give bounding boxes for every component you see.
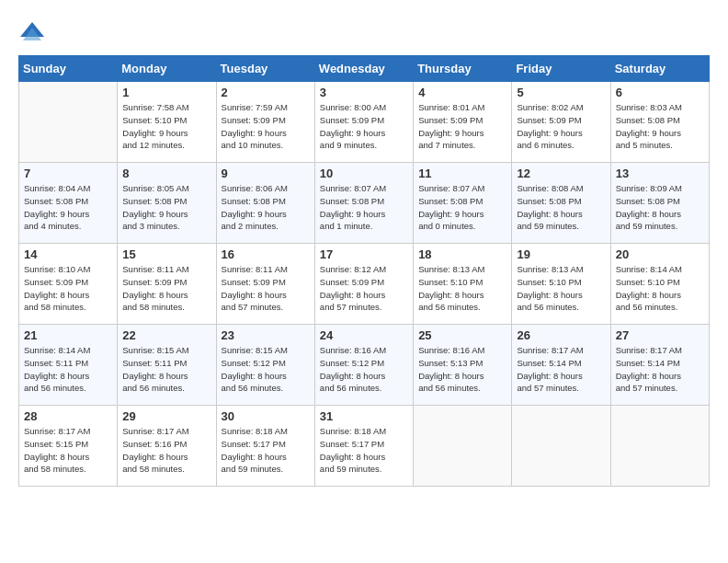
week-row-5: 28Sunrise: 8:17 AM Sunset: 5:15 PM Dayli… [19, 406, 710, 487]
day-info: Sunrise: 8:07 AM Sunset: 5:08 PM Dayligh… [320, 182, 408, 233]
day-number: 2 [222, 86, 310, 99]
day-info: Sunrise: 8:08 AM Sunset: 5:08 PM Dayligh… [517, 182, 605, 233]
day-number: 18 [418, 247, 506, 261]
header-row: SundayMondayTuesdayWednesdayThursdayFrid… [19, 56, 710, 82]
day-info: Sunrise: 8:12 AM Sunset: 5:09 PM Dayligh… [320, 263, 408, 314]
day-number: 27 [616, 328, 704, 342]
day-number: 1 [122, 86, 210, 99]
day-number: 28 [24, 409, 112, 423]
column-header-thursday: Thursday [414, 56, 512, 82]
day-info: Sunrise: 8:17 AM Sunset: 5:14 PM Dayligh… [616, 344, 704, 395]
day-number: 3 [320, 86, 408, 99]
calendar-cell: 11Sunrise: 8:07 AM Sunset: 5:08 PM Dayli… [414, 163, 512, 244]
calendar-cell: 30Sunrise: 8:18 AM Sunset: 5:17 PM Dayli… [216, 406, 314, 487]
day-number: 24 [320, 328, 408, 342]
day-number: 29 [122, 409, 210, 423]
day-info: Sunrise: 8:06 AM Sunset: 5:08 PM Dayligh… [222, 182, 310, 233]
logo-icon [18, 18, 46, 46]
day-number: 12 [517, 167, 605, 180]
calendar-cell: 23Sunrise: 8:15 AM Sunset: 5:12 PM Dayli… [216, 325, 314, 406]
week-row-1: 1Sunrise: 7:58 AM Sunset: 5:10 PM Daylig… [19, 82, 710, 163]
day-info: Sunrise: 8:07 AM Sunset: 5:08 PM Dayligh… [418, 182, 506, 233]
day-info: Sunrise: 8:13 AM Sunset: 5:10 PM Dayligh… [418, 263, 506, 314]
day-info: Sunrise: 8:18 AM Sunset: 5:17 PM Dayligh… [222, 425, 310, 476]
day-number: 4 [418, 86, 506, 99]
calendar-cell: 29Sunrise: 8:17 AM Sunset: 5:16 PM Dayli… [118, 406, 216, 487]
day-number: 14 [24, 247, 112, 261]
calendar-table: SundayMondayTuesdayWednesdayThursdayFrid… [18, 55, 710, 487]
calendar-cell: 7Sunrise: 8:04 AM Sunset: 5:08 PM Daylig… [19, 163, 118, 244]
column-header-wednesday: Wednesday [314, 56, 413, 82]
day-info: Sunrise: 8:14 AM Sunset: 5:11 PM Dayligh… [24, 344, 112, 395]
day-number: 26 [517, 328, 605, 342]
calendar-cell: 1Sunrise: 7:58 AM Sunset: 5:10 PM Daylig… [118, 82, 216, 163]
calendar-cell: 10Sunrise: 8:07 AM Sunset: 5:08 PM Dayli… [314, 163, 413, 244]
day-number: 22 [122, 328, 210, 342]
day-number: 10 [320, 167, 408, 180]
day-info: Sunrise: 8:16 AM Sunset: 5:12 PM Dayligh… [320, 344, 408, 395]
day-info: Sunrise: 8:11 AM Sunset: 5:09 PM Dayligh… [222, 263, 310, 314]
day-info: Sunrise: 8:18 AM Sunset: 5:17 PM Dayligh… [320, 425, 408, 476]
calendar-cell: 26Sunrise: 8:17 AM Sunset: 5:14 PM Dayli… [512, 325, 610, 406]
column-header-monday: Monday [118, 56, 216, 82]
day-number: 19 [517, 247, 605, 261]
page-header [18, 18, 710, 46]
calendar-cell: 18Sunrise: 8:13 AM Sunset: 5:10 PM Dayli… [414, 244, 512, 325]
day-info: Sunrise: 8:03 AM Sunset: 5:08 PM Dayligh… [616, 101, 704, 152]
calendar-cell: 3Sunrise: 8:00 AM Sunset: 5:09 PM Daylig… [314, 82, 413, 163]
calendar-cell: 12Sunrise: 8:08 AM Sunset: 5:08 PM Dayli… [512, 163, 610, 244]
day-info: Sunrise: 8:10 AM Sunset: 5:09 PM Dayligh… [24, 263, 112, 314]
column-header-sunday: Sunday [19, 56, 118, 82]
day-number: 9 [222, 167, 310, 180]
day-info: Sunrise: 7:59 AM Sunset: 5:09 PM Dayligh… [222, 101, 310, 152]
calendar-cell: 4Sunrise: 8:01 AM Sunset: 5:09 PM Daylig… [414, 82, 512, 163]
calendar-cell: 15Sunrise: 8:11 AM Sunset: 5:09 PM Dayli… [118, 244, 216, 325]
day-info: Sunrise: 8:15 AM Sunset: 5:12 PM Dayligh… [222, 344, 310, 395]
calendar-cell: 20Sunrise: 8:14 AM Sunset: 5:10 PM Dayli… [610, 244, 709, 325]
calendar-cell [414, 406, 512, 487]
day-info: Sunrise: 8:05 AM Sunset: 5:08 PM Dayligh… [122, 182, 210, 233]
week-row-4: 21Sunrise: 8:14 AM Sunset: 5:11 PM Dayli… [19, 325, 710, 406]
day-info: Sunrise: 8:01 AM Sunset: 5:09 PM Dayligh… [418, 101, 506, 152]
day-number: 6 [616, 86, 704, 99]
day-number: 7 [24, 167, 112, 180]
day-info: Sunrise: 8:17 AM Sunset: 5:14 PM Dayligh… [517, 344, 605, 395]
day-info: Sunrise: 8:16 AM Sunset: 5:13 PM Dayligh… [418, 344, 506, 395]
day-info: Sunrise: 8:11 AM Sunset: 5:09 PM Dayligh… [122, 263, 210, 314]
day-number: 15 [122, 247, 210, 261]
calendar-cell: 9Sunrise: 8:06 AM Sunset: 5:08 PM Daylig… [216, 163, 314, 244]
calendar-cell: 6Sunrise: 8:03 AM Sunset: 5:08 PM Daylig… [610, 82, 709, 163]
calendar-cell: 31Sunrise: 8:18 AM Sunset: 5:17 PM Dayli… [314, 406, 413, 487]
calendar-cell: 17Sunrise: 8:12 AM Sunset: 5:09 PM Dayli… [314, 244, 413, 325]
calendar-cell [19, 82, 118, 163]
day-info: Sunrise: 8:00 AM Sunset: 5:09 PM Dayligh… [320, 101, 408, 152]
day-number: 8 [122, 167, 210, 180]
column-header-saturday: Saturday [610, 56, 709, 82]
week-row-2: 7Sunrise: 8:04 AM Sunset: 5:08 PM Daylig… [19, 163, 710, 244]
calendar-cell: 16Sunrise: 8:11 AM Sunset: 5:09 PM Dayli… [216, 244, 314, 325]
day-number: 31 [320, 409, 408, 423]
calendar-cell: 2Sunrise: 7:59 AM Sunset: 5:09 PM Daylig… [216, 82, 314, 163]
day-info: Sunrise: 8:17 AM Sunset: 5:16 PM Dayligh… [122, 425, 210, 476]
day-number: 23 [222, 328, 310, 342]
calendar-cell: 8Sunrise: 8:05 AM Sunset: 5:08 PM Daylig… [118, 163, 216, 244]
day-number: 30 [222, 409, 310, 423]
day-number: 21 [24, 328, 112, 342]
day-number: 13 [616, 167, 704, 180]
calendar-cell: 25Sunrise: 8:16 AM Sunset: 5:13 PM Dayli… [414, 325, 512, 406]
calendar-cell: 21Sunrise: 8:14 AM Sunset: 5:11 PM Dayli… [19, 325, 118, 406]
column-header-tuesday: Tuesday [216, 56, 314, 82]
day-info: Sunrise: 7:58 AM Sunset: 5:10 PM Dayligh… [122, 101, 210, 152]
calendar-cell: 14Sunrise: 8:10 AM Sunset: 5:09 PM Dayli… [19, 244, 118, 325]
calendar-cell: 13Sunrise: 8:09 AM Sunset: 5:08 PM Dayli… [610, 163, 709, 244]
calendar-cell: 19Sunrise: 8:13 AM Sunset: 5:10 PM Dayli… [512, 244, 610, 325]
day-number: 25 [418, 328, 506, 342]
calendar-cell: 28Sunrise: 8:17 AM Sunset: 5:15 PM Dayli… [19, 406, 118, 487]
calendar-cell [512, 406, 610, 487]
day-number: 5 [517, 86, 605, 99]
calendar-cell: 22Sunrise: 8:15 AM Sunset: 5:11 PM Dayli… [118, 325, 216, 406]
calendar-cell: 5Sunrise: 8:02 AM Sunset: 5:09 PM Daylig… [512, 82, 610, 163]
day-info: Sunrise: 8:02 AM Sunset: 5:09 PM Dayligh… [517, 101, 605, 152]
day-number: 17 [320, 247, 408, 261]
day-info: Sunrise: 8:09 AM Sunset: 5:08 PM Dayligh… [616, 182, 704, 233]
